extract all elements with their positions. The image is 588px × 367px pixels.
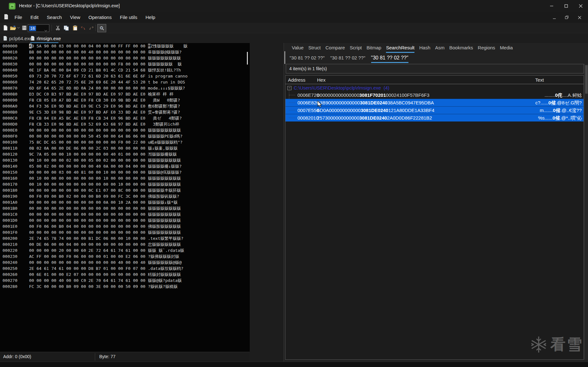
save-file-icon[interactable]	[21, 24, 28, 31]
hex-row[interactable]: 0000004D 5A 90 00 03 00 00 00 04 00 00 0…	[0, 43, 250, 49]
document-icon[interactable]	[4, 14, 9, 21]
hex-row[interactable]: 0001C000 00 00 00 00 00 00 00 00 00 00 0…	[0, 211, 250, 217]
tab-value[interactable]: Value	[292, 45, 303, 53]
hex-row[interactable]: 00006074 20 62 65 20 72 75 6E 20 69 6E 2…	[0, 79, 250, 85]
open-file-icon[interactable]	[9, 24, 16, 31]
hex-row[interactable]: 0001209C 7A 05 00 00 10 00 00 00 00 00 4…	[0, 151, 250, 157]
splitter-grip[interactable]	[285, 51, 285, 64]
hex-row[interactable]: 00018000 00 00 00 00 00 00 00 0C E1 07 0…	[0, 187, 250, 193]
tree-root-row[interactable]: − C:\Users\USER\Desktop\pclp\rlmsign.exe…	[285, 84, 584, 91]
hex-row[interactable]: 0000D0F8 CB 33 E0 96 BD AE E0 52 69 63 6…	[0, 121, 250, 127]
hex-row[interactable]: 0001A000 00 00 00 00 00 00 00 00 00 0A 0…	[0, 199, 250, 205]
search-tab-2[interactable]: "30 81 ?? 02 ??"	[371, 55, 408, 63]
column-text[interactable]: Text	[535, 77, 544, 83]
hex-row[interactable]: 00015000 00 00 00 03 00 40 81 00 00 10 0…	[0, 169, 250, 175]
search-result-row[interactable]: 0007E5506D0A0000000000003081DE0240121A80…	[285, 106, 584, 114]
hex-row[interactable]: 00002000 00 00 00 00 00 00 00 00 00 00 0…	[0, 55, 250, 61]
collapse-icon[interactable]: −	[287, 86, 291, 90]
hex-scrollbar-thumb[interactable]	[247, 52, 248, 65]
new-file-icon[interactable]	[2, 24, 9, 31]
hex-row[interactable]: 000080D3 DC C0 B3 97 BD AE E0 97 BD AE E…	[0, 91, 250, 97]
column-address[interactable]: Address	[288, 77, 305, 83]
menu-view[interactable]: View	[66, 12, 84, 23]
byte-width-value: 16	[29, 26, 36, 31]
menu-edit[interactable]: Edit	[26, 12, 43, 23]
tab-bitmap[interactable]: Bitmap	[367, 45, 382, 53]
menu-file[interactable]: File	[10, 12, 26, 23]
menu-help[interactable]: Help	[141, 12, 159, 23]
hex-row[interactable]: 00014005 00 02 00 00 00 00 00 00 40 0A 0…	[0, 163, 250, 169]
hex-row[interactable]: 00024000 00 00 00 00 00 00 00 00 00 00 0…	[0, 259, 250, 265]
tab-regions[interactable]: Regions	[478, 45, 495, 53]
tab-bookmarks[interactable]: Bookmarks	[449, 45, 473, 53]
hex-row[interactable]: 00016000 10 00 00 00 00 00 00 00 00 10 0…	[0, 175, 250, 181]
hex-row[interactable]: 00003000 00 00 00 00 00 00 00 00 00 00 0…	[0, 61, 250, 67]
tab-pclp64[interactable]: pclp64.exe	[3, 34, 32, 42]
tab-compare[interactable]: Compare	[325, 45, 345, 53]
hex-row[interactable]: 000280FC 3C 00 00 00 B0 09 00 00 3E 00 0…	[0, 283, 250, 289]
hex-row[interactable]: 0001F000 00 00 00 00 00 00 00 00 00 00 0…	[0, 229, 250, 235]
column-hex[interactable]: Hex	[317, 77, 326, 83]
menu-operations[interactable]: Operations	[84, 12, 116, 23]
hex-row[interactable]: 00013000 10 00 00 00 02 00 00 05 00 02 0…	[0, 157, 250, 163]
hex-row[interactable]: 0000B09E C5 3D E0 98 BD AE E0 97 BD AF E…	[0, 109, 250, 115]
hex-row[interactable]: 000090F8 CB 05 E0 A7 BD AE E0 F8 CB 30 E…	[0, 97, 250, 103]
byte-width-select[interactable]: 16	[28, 24, 49, 32]
search-result-row[interactable]: 0006E82063B90000000000003081DE024038A5BC…	[285, 99, 584, 106]
hex-row[interactable]: 0001B000 00 00 00 00 00 00 00 00 00 00 0…	[0, 205, 250, 211]
hex-row[interactable]: 0000E000 00 00 00 00 00 00 00 00 00 00 0…	[0, 127, 250, 133]
find-button[interactable]	[97, 24, 106, 32]
mdi-close-button[interactable]	[575, 14, 584, 21]
cut-icon[interactable]	[54, 24, 61, 31]
hex-row[interactable]: 0000C0F8 CB 04 E0 A5 BC AE E0 F8 CB 34 E…	[0, 115, 250, 121]
menu-file-utils[interactable]: File utils	[116, 12, 141, 23]
close-button[interactable]	[573, 0, 588, 12]
hex-row[interactable]: 000010B8 00 00 00 00 00 00 00 40 00 00 0…	[0, 49, 250, 55]
paste-icon[interactable]	[71, 24, 78, 31]
hex-row[interactable]: 00021000 DE 06 00 00 04 00 00 00 00 00 0…	[0, 241, 250, 247]
hex-row[interactable]: 0002002E 74 65 78 74 00 00 00 B1 DC 06 0…	[0, 235, 250, 241]
tab-script[interactable]: Script	[350, 45, 362, 53]
hex-row[interactable]: 0000F000 00 00 00 00 00 00 00 50 45 00 0…	[0, 133, 250, 139]
undo-icon[interactable]	[80, 24, 87, 31]
hex-row[interactable]: 0002502E 64 61 74 61 00 00 00 D8 B7 01 0…	[0, 265, 250, 271]
menu-search[interactable]: Search	[43, 12, 66, 23]
hex-editor[interactable]: 0000004D 5A 90 00 03 00 00 00 04 00 00 0…	[0, 43, 250, 352]
menu-items: FileEditSearchViewOperationsFile utilsHe…	[10, 12, 159, 23]
redo-icon[interactable]	[88, 24, 95, 31]
window-title: Hextor - [C:\Users\USER\Desktop\pclp\rlm…	[19, 3, 120, 8]
hex-row[interactable]: 00022000 00 00 00 20 00 00 60 2E 72 64 6…	[0, 247, 250, 253]
tab-struct[interactable]: Struct	[308, 45, 321, 53]
hex-row[interactable]: 0001100B 02 0A 00 00 DE 06 00 00 2C 03 0…	[0, 145, 250, 151]
hex-row[interactable]: 00017000 10 00 00 00 00 00 00 00 00 00 0…	[0, 181, 250, 187]
results-scrollbar-thumb[interactable]	[585, 65, 588, 94]
tab-hash[interactable]: Hash	[419, 45, 430, 53]
hex-row[interactable]: 00027000 00 00 00 40 00 00 C0 2E 70 64 6…	[0, 277, 250, 283]
tab-rlmsign[interactable]: rlmsign.exe	[31, 34, 61, 42]
search-tab-1[interactable]: "30 81 ?? 02 ??"	[330, 55, 365, 63]
hex-row[interactable]: 0001D000 00 00 00 00 00 00 00 00 00 00 0…	[0, 217, 250, 223]
open-dropdown-icon[interactable]	[16, 24, 20, 31]
search-result-row[interactable]: 0008201025730000000000003081DE02402A0D0D…	[285, 114, 584, 121]
hex-row[interactable]: 00019000 F0 09 00 B0 02 00 00 00 B0 09 0…	[0, 193, 250, 199]
results-scrollbar[interactable]	[584, 64, 588, 360]
search-result-row[interactable]: 0006E72000000000000000003081F70201000241…	[285, 91, 584, 99]
window-bottom-edge	[0, 362, 588, 367]
hex-row[interactable]: 0000A004 F3 36 E0 9D BD AE E0 9E C5 29 E…	[0, 103, 250, 109]
search-tab-0[interactable]: "30 81 ?? 02 ??"	[290, 55, 325, 63]
tab-media[interactable]: Media	[500, 45, 513, 53]
hex-row[interactable]: 0000706D 6F 64 65 2E 0D 0D 0A 24 00 00 0…	[0, 85, 250, 91]
tab-searchresult[interactable]: SearchResult	[386, 45, 414, 53]
hex-row[interactable]: 000230AC FF 00 00 00 F0 06 00 00 00 01 0…	[0, 253, 250, 259]
hex-row[interactable]: 0001E000 F0 06 00 B0 04 00 00 00 00 00 0…	[0, 223, 250, 229]
maximize-button[interactable]	[559, 0, 573, 12]
copy-icon[interactable]	[63, 24, 70, 31]
hex-row[interactable]: 00010075 8C DC 65 00 00 00 00 00 00 00 0…	[0, 139, 250, 145]
hex-row[interactable]: 0000400E 1F BA 0E 00 B4 09 CD 21 B8 01 4…	[0, 67, 250, 73]
hex-row[interactable]: 00026000 6E 01 00 00 E2 07 00 00 00 00 0…	[0, 271, 250, 277]
hex-row[interactable]: 00005069 73 20 70 72 6F 67 72 61 6D 20 6…	[0, 73, 250, 79]
mdi-restore-button[interactable]	[563, 14, 571, 21]
tab-asm[interactable]: Asm	[435, 45, 444, 53]
minimize-button[interactable]	[544, 0, 559, 12]
mdi-minimize-button[interactable]	[550, 14, 558, 21]
